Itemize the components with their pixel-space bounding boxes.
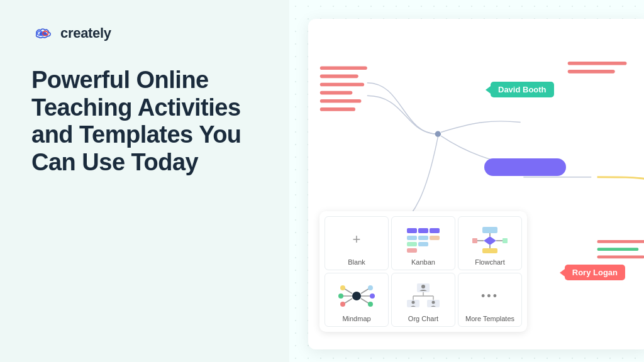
purple-pill-shape [484, 158, 566, 176]
svg-rect-22 [407, 248, 417, 253]
rory-logan-label: Rory Logan [565, 265, 625, 280]
mindmap-icon-area [335, 280, 379, 312]
svg-line-37 [344, 299, 352, 304]
template-item-more[interactable]: ••• More Templates [458, 273, 522, 327]
blank-icon-area: + [335, 223, 379, 256]
svg-rect-11 [597, 240, 644, 243]
svg-point-34 [340, 285, 345, 290]
page-wrapper: creately Powerful Online Teaching Activi… [0, 0, 644, 362]
flowchart-icon [471, 226, 509, 253]
logo-area: creately [31, 25, 258, 41]
svg-line-43 [361, 299, 369, 304]
diagram-card: David Booth + Blank [308, 19, 644, 349]
left-panel: creately Powerful Online Teaching Activi… [0, 0, 289, 362]
svg-rect-31 [482, 248, 497, 253]
kanban-icon [404, 226, 442, 253]
svg-rect-19 [430, 236, 440, 240]
mindmap-label: Mindmap [342, 315, 370, 322]
mindmap-icon [338, 282, 375, 310]
svg-rect-14 [407, 228, 417, 233]
svg-rect-13 [597, 255, 644, 258]
svg-point-38 [340, 302, 345, 307]
svg-line-33 [344, 288, 352, 293]
more-icon-area: ••• [468, 280, 512, 312]
svg-rect-4 [320, 83, 364, 87]
svg-rect-21 [418, 242, 428, 246]
kanban-label: Kanban [411, 258, 435, 266]
flowchart-label: Flowchart [475, 258, 505, 266]
svg-rect-2 [320, 66, 367, 70]
logo-text: creately [60, 25, 111, 41]
template-item-blank[interactable]: + Blank [325, 216, 389, 270]
svg-point-8 [435, 131, 441, 137]
svg-point-44 [368, 302, 373, 307]
template-item-kanban[interactable]: Kanban [391, 216, 455, 270]
svg-rect-15 [418, 228, 428, 233]
svg-point-51 [412, 301, 415, 304]
template-item-flowchart[interactable]: Flowchart [458, 216, 522, 270]
svg-rect-20 [407, 242, 417, 246]
svg-point-54 [432, 301, 435, 304]
flowchart-icon-area [468, 223, 512, 256]
svg-rect-29 [502, 238, 508, 243]
template-grid-container: + Blank [319, 211, 527, 332]
orgchart-label: Org Chart [408, 315, 438, 322]
svg-point-32 [352, 292, 361, 300]
svg-point-36 [338, 293, 343, 299]
kanban-icon-area [401, 223, 445, 256]
svg-line-39 [361, 288, 369, 293]
david-booth-label: David Booth [491, 82, 554, 97]
template-grid: + Blank [325, 216, 522, 327]
svg-point-40 [368, 285, 373, 290]
ellipsis-icon: ••• [481, 290, 499, 303]
headline: Powerful Online Teaching Activities and … [31, 67, 258, 177]
svg-rect-9 [568, 62, 627, 65]
svg-rect-10 [568, 70, 615, 74]
orgchart-icon [404, 282, 442, 310]
svg-rect-7 [320, 107, 355, 111]
svg-rect-3 [320, 75, 358, 79]
svg-rect-18 [418, 236, 428, 240]
right-panel: David Booth + Blank [289, 0, 644, 362]
svg-marker-25 [484, 236, 496, 245]
svg-rect-16 [430, 228, 440, 233]
template-item-orgchart[interactable]: Org Chart [391, 273, 455, 327]
svg-point-46 [421, 285, 425, 288]
svg-rect-12 [597, 248, 639, 251]
svg-point-42 [370, 293, 375, 299]
template-item-mindmap[interactable]: Mindmap [325, 273, 389, 327]
plus-icon: + [353, 231, 361, 248]
svg-rect-27 [472, 238, 477, 243]
svg-rect-23 [482, 227, 497, 233]
svg-rect-17 [407, 236, 417, 240]
svg-rect-6 [320, 99, 362, 103]
creately-logo-icon [31, 26, 54, 40]
orgchart-icon-area [401, 280, 445, 312]
blank-label: Blank [348, 258, 365, 266]
svg-rect-5 [320, 91, 353, 95]
more-templates-label: More Templates [465, 315, 514, 322]
